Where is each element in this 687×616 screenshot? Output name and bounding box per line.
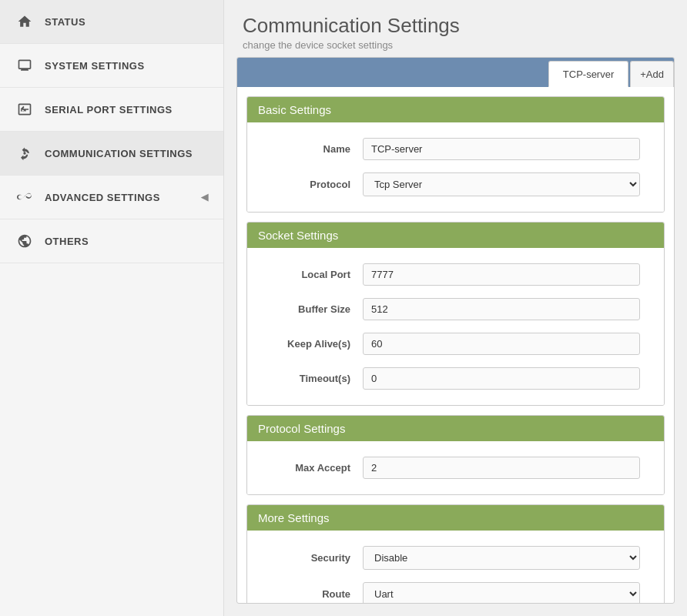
basic-settings-header: Basic Settings bbox=[247, 97, 664, 122]
buffer-size-row: Buffer Size bbox=[263, 292, 648, 326]
local-port-row: Local Port bbox=[263, 257, 648, 292]
sidebar-label-communication: COMMUNICATION SETTINGS bbox=[45, 148, 193, 159]
buffer-size-label: Buffer Size bbox=[263, 303, 363, 315]
tabs-bar: TCP-server +Add bbox=[237, 58, 674, 87]
route-select[interactable]: Uart USB Network bbox=[363, 582, 640, 604]
sidebar-item-advanced-settings[interactable]: ADVANCED SETTINGS ◀ bbox=[0, 176, 223, 219]
name-field-container bbox=[363, 138, 640, 160]
buffer-size-input[interactable] bbox=[363, 298, 640, 320]
tab-add-label: +Add bbox=[640, 69, 664, 80]
local-port-field-container bbox=[363, 263, 640, 286]
local-port-input[interactable] bbox=[363, 263, 640, 286]
basic-settings-section: Basic Settings Name Protocol Tcp Server … bbox=[246, 96, 665, 213]
socket-settings-header: Socket Settings bbox=[247, 223, 664, 248]
security-field-container: Disable Enable bbox=[363, 546, 640, 570]
terminal-icon bbox=[15, 100, 34, 119]
protocol-settings-section: Protocol Settings Max Accept bbox=[246, 415, 665, 495]
sidebar: STATUS SYSTEM SETTINGS SERIAL PORT SETTI… bbox=[0, 0, 224, 616]
more-settings-body: Security Disable Enable Route Uart USB bbox=[247, 531, 664, 604]
protocol-row: Protocol Tcp Server Tcp Client UDP Seria… bbox=[263, 166, 648, 203]
keep-alive-row: Keep Alive(s) bbox=[263, 326, 648, 361]
timeout-field-container bbox=[363, 367, 640, 390]
sidebar-item-status[interactable]: STATUS bbox=[0, 0, 223, 44]
sidebar-item-system-settings[interactable]: SYSTEM SETTINGS bbox=[0, 44, 223, 88]
basic-settings-body: Name Protocol Tcp Server Tcp Client UDP … bbox=[247, 122, 664, 212]
timeout-label: Timeout(s) bbox=[263, 373, 363, 384]
content-panel: TCP-server +Add Basic Settings Name Prot… bbox=[236, 57, 675, 604]
tab-add[interactable]: +Add bbox=[630, 61, 674, 87]
sidebar-item-others[interactable]: OTHERS bbox=[0, 219, 223, 263]
name-label: Name bbox=[263, 143, 363, 155]
chevron-left-icon: ◀ bbox=[201, 192, 209, 203]
more-settings-section: More Settings Security Disable Enable Ro… bbox=[246, 504, 665, 604]
more-settings-header: More Settings bbox=[247, 505, 664, 531]
max-accept-row: Max Accept bbox=[263, 450, 648, 485]
home-icon bbox=[15, 12, 34, 31]
max-accept-field-container bbox=[363, 457, 640, 479]
protocol-label: Protocol bbox=[263, 179, 363, 190]
sidebar-label-others: OTHERS bbox=[45, 236, 89, 247]
max-accept-input[interactable] bbox=[363, 457, 640, 479]
name-row: Name bbox=[263, 132, 648, 166]
route-row: Route Uart USB Network bbox=[263, 576, 648, 604]
security-row: Security Disable Enable bbox=[263, 540, 648, 576]
protocol-settings-body: Max Accept bbox=[247, 441, 664, 494]
main-content: Communication Settings change the device… bbox=[224, 0, 687, 616]
route-label: Route bbox=[263, 588, 363, 600]
sidebar-label-serial-port: SERIAL PORT SETTINGS bbox=[45, 104, 173, 116]
protocol-settings-header: Protocol Settings bbox=[247, 416, 664, 441]
network-icon bbox=[15, 144, 34, 162]
timeout-row: Timeout(s) bbox=[263, 361, 648, 396]
infinity-icon bbox=[15, 188, 34, 206]
sidebar-label-system-settings: SYSTEM SETTINGS bbox=[45, 60, 145, 72]
globe-icon bbox=[15, 232, 34, 250]
tab-tcp-server[interactable]: TCP-server bbox=[548, 61, 628, 87]
name-input[interactable] bbox=[363, 138, 640, 160]
page-title: Communication Settings bbox=[243, 14, 669, 38]
svg-point-0 bbox=[23, 152, 25, 154]
page-header: Communication Settings change the device… bbox=[224, 0, 687, 57]
sidebar-item-communication-settings[interactable]: COMMUNICATION SETTINGS bbox=[0, 132, 223, 176]
keep-alive-label: Keep Alive(s) bbox=[263, 338, 363, 350]
sidebar-item-serial-port-settings[interactable]: SERIAL PORT SETTINGS bbox=[0, 88, 223, 132]
route-field-container: Uart USB Network bbox=[363, 582, 640, 604]
protocol-select[interactable]: Tcp Server Tcp Client UDP Serial bbox=[363, 172, 640, 196]
socket-settings-body: Local Port Buffer Size Keep Alive(s) bbox=[247, 248, 664, 405]
keep-alive-input[interactable] bbox=[363, 333, 640, 355]
socket-settings-section: Socket Settings Local Port Buffer Size K… bbox=[246, 222, 665, 406]
sidebar-label-status: STATUS bbox=[45, 16, 85, 28]
tab-tcp-server-label: TCP-server bbox=[563, 69, 614, 80]
keep-alive-field-container bbox=[363, 333, 640, 355]
security-select[interactable]: Disable Enable bbox=[363, 546, 640, 570]
protocol-field-container: Tcp Server Tcp Client UDP Serial bbox=[363, 172, 640, 196]
max-accept-label: Max Accept bbox=[263, 462, 363, 474]
local-port-label: Local Port bbox=[263, 269, 363, 280]
security-label: Security bbox=[263, 552, 363, 564]
buffer-size-field-container bbox=[363, 298, 640, 320]
sidebar-label-advanced: ADVANCED SETTINGS bbox=[45, 192, 160, 203]
monitor-icon bbox=[15, 56, 34, 75]
timeout-input[interactable] bbox=[363, 367, 640, 390]
page-subtitle: change the device socket settings bbox=[243, 39, 669, 51]
